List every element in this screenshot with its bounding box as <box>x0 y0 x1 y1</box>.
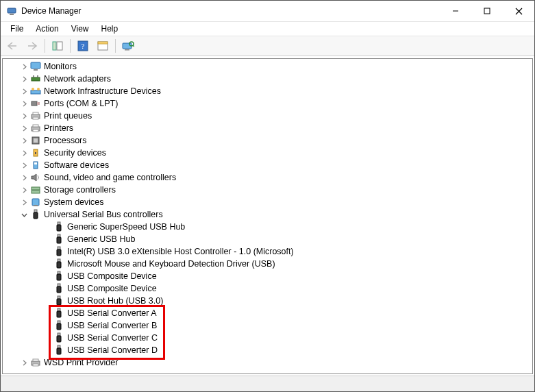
tree-device[interactable]: USB Root Hub (USB 3.0) <box>3 295 532 307</box>
tree-device-label: Generic SuperSpeed USB Hub <box>67 221 185 233</box>
tree-category[interactable]: Monitors <box>3 60 532 73</box>
tree-category[interactable]: Universal Serial Bus controllers <box>3 208 532 221</box>
menu-file[interactable]: File <box>5 23 29 34</box>
tree-category[interactable]: System devices <box>3 196 532 208</box>
tree-device-label: USB Composite Device <box>67 282 157 295</box>
expander-closed-icon[interactable] <box>19 86 29 96</box>
minimize-button[interactable] <box>440 1 471 21</box>
toolbar-showhide-button[interactable] <box>49 38 66 54</box>
expander-closed-icon[interactable] <box>19 99 29 108</box>
app-icon <box>6 5 17 16</box>
menu-help[interactable]: Help <box>96 23 124 34</box>
tree-category[interactable]: Ports (COM & LPT) <box>3 97 532 110</box>
tree-device[interactable]: USB Serial Converter A <box>3 307 532 319</box>
expander-closed-icon[interactable] <box>19 74 29 84</box>
toolbar-separator <box>115 39 116 53</box>
svg-rect-60 <box>58 321 60 323</box>
svg-rect-37 <box>34 162 37 164</box>
svg-rect-24 <box>32 101 37 106</box>
toolbar: ? <box>1 36 534 56</box>
tree-category[interactable]: Security devices <box>3 147 532 159</box>
tree-device[interactable]: Generic USB Hub <box>3 233 532 245</box>
expander-closed-icon[interactable] <box>19 358 29 367</box>
tree-category[interactable]: Network Infrastructure Devices <box>3 85 532 97</box>
svg-rect-43 <box>34 212 38 219</box>
tree-device[interactable]: USB Composite Device <box>3 282 532 295</box>
tree-category-label: Sound, video and game controllers <box>44 171 176 184</box>
svg-rect-57 <box>57 299 61 305</box>
expander-closed-icon[interactable] <box>19 197 29 207</box>
printer-icon <box>30 110 41 121</box>
close-button[interactable] <box>503 1 534 21</box>
svg-rect-52 <box>58 271 60 274</box>
menu-view[interactable]: View <box>66 23 95 34</box>
tree-device[interactable]: Microsoft Mouse and Keyboard Detection D… <box>3 258 532 270</box>
usb-icon <box>53 332 64 343</box>
statusbar <box>1 376 534 391</box>
menubar: File Action View Help <box>1 22 534 36</box>
svg-rect-61 <box>57 323 61 330</box>
tree-category-label: Software devices <box>44 159 109 171</box>
tree-category-label: Print queues <box>44 110 92 122</box>
tree-category-label: Universal Serial Bus controllers <box>44 208 163 221</box>
svg-rect-49 <box>57 249 61 256</box>
svg-rect-19 <box>33 75 34 77</box>
svg-text:?: ? <box>82 42 85 50</box>
tree-category[interactable]: Software devices <box>3 159 532 171</box>
tree-category[interactable]: WSD Print Provider <box>3 356 532 369</box>
tree-device-label: USB Serial Converter C <box>67 332 158 344</box>
tree-device-label: USB Serial Converter A <box>67 307 157 319</box>
tree-category[interactable]: Processors <box>3 134 532 147</box>
menu-action[interactable]: Action <box>30 23 64 34</box>
tree-device[interactable]: Intel(R) USB 3.0 eXtensible Host Control… <box>3 245 532 258</box>
toolbar-scan-button[interactable] <box>119 38 137 54</box>
expander-closed-icon[interactable] <box>19 136 29 145</box>
tree-device-label: Intel(R) USB 3.0 eXtensible Host Control… <box>67 245 294 258</box>
usb-icon <box>53 283 64 294</box>
svg-rect-58 <box>58 308 60 311</box>
tree-category[interactable]: Storage controllers <box>3 184 532 196</box>
toolbar-help-button[interactable]: ? <box>74 38 92 54</box>
tree-category[interactable]: Printers <box>3 122 532 134</box>
svg-rect-62 <box>58 333 60 336</box>
tree-device[interactable]: USB Composite Device <box>3 270 532 282</box>
svg-rect-16 <box>31 62 40 69</box>
svg-rect-68 <box>33 364 38 366</box>
toolbar-forward-button[interactable] <box>23 38 41 54</box>
expander-closed-icon[interactable] <box>19 62 29 71</box>
usb-icon <box>53 308 64 319</box>
expander-closed-icon[interactable] <box>19 160 29 170</box>
storage-icon <box>30 184 41 195</box>
tree-device[interactable]: USB Serial Converter D <box>3 344 532 356</box>
expander-closed-icon[interactable] <box>19 173 29 182</box>
svg-rect-27 <box>33 112 38 114</box>
svg-rect-50 <box>58 259 60 262</box>
device-tree[interactable]: MonitorsNetwork adaptersNetwork Infrastr… <box>3 59 532 373</box>
tree-device-label: Microsoft Mouse and Keyboard Detection D… <box>67 258 275 270</box>
tree-category[interactable]: Print queues <box>3 110 532 122</box>
tree-category[interactable]: Sound, video and game controllers <box>3 171 532 184</box>
expander-closed-icon[interactable] <box>19 148 29 158</box>
expander-closed-icon[interactable] <box>19 111 29 121</box>
tree-category[interactable]: Network adapters <box>3 73 532 85</box>
svg-rect-47 <box>57 237 61 243</box>
usb-icon <box>53 246 64 257</box>
cpu-icon <box>30 135 41 146</box>
svg-rect-1 <box>10 14 14 15</box>
toolbar-properties-button[interactable] <box>94 38 112 54</box>
tree-device[interactable]: USB Serial Converter B <box>3 319 532 332</box>
expander-closed-icon[interactable] <box>19 185 29 195</box>
usb-icon <box>53 234 64 245</box>
svg-rect-63 <box>57 336 61 342</box>
expander-open-icon[interactable] <box>19 210 29 219</box>
svg-rect-33 <box>34 138 38 143</box>
maximize-button[interactable] <box>471 1 503 21</box>
toolbar-back-button[interactable] <box>3 38 21 54</box>
svg-rect-0 <box>8 8 16 13</box>
tree-device-label: USB Serial Converter D <box>67 344 158 356</box>
svg-rect-40 <box>32 199 39 206</box>
tree-device[interactable]: Generic SuperSpeed USB Hub <box>3 221 532 233</box>
expander-closed-icon[interactable] <box>19 123 29 133</box>
tree-device[interactable]: USB Serial Converter C <box>3 332 532 344</box>
monitor-icon <box>30 61 41 72</box>
